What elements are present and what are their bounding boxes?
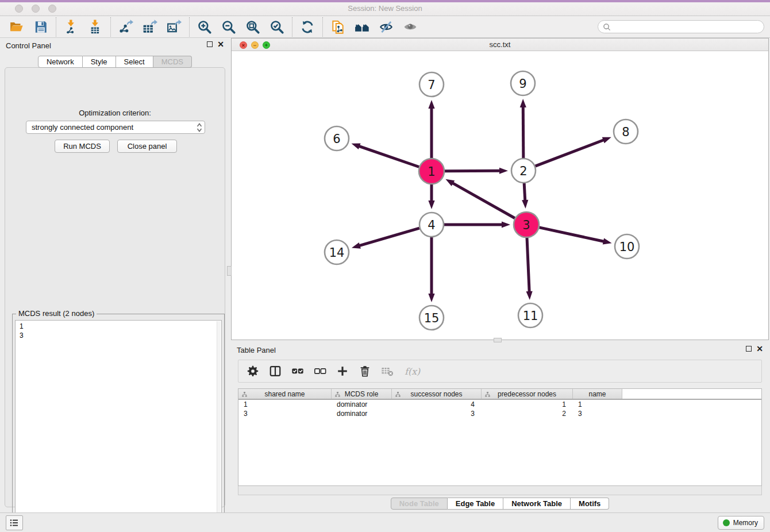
titlebar-accent [0, 0, 770, 2]
tab-edge-table[interactable]: Edge Table [448, 498, 503, 510]
import-network-button[interactable] [59, 17, 83, 37]
table-toolbar [238, 360, 762, 383]
control-panel-float-icon[interactable] [207, 41, 213, 47]
column-label: successor nodes [410, 390, 462, 398]
table-panel-close-icon[interactable]: ✕ [756, 346, 763, 352]
edge-1-6[interactable] [352, 143, 419, 167]
tab-network[interactable]: Network [38, 56, 83, 68]
cell-shared-name: 3 [238, 409, 332, 418]
edge-2-8[interactable] [536, 137, 611, 167]
horizontal-split-handle[interactable] [494, 338, 502, 342]
zoom-fit-button[interactable] [241, 17, 265, 37]
result-scrollbar[interactable] [217, 321, 221, 527]
edge-1-7[interactable] [428, 100, 434, 158]
criterion-dropdown[interactable]: strongly connected component [26, 121, 205, 134]
tab-select[interactable]: Select [116, 56, 153, 68]
import-table-button[interactable] [83, 17, 107, 37]
table-panel-float-icon[interactable] [746, 346, 752, 352]
toolbar-button-groups [5, 16, 422, 37]
window-title: Session: New Session [0, 4, 770, 13]
node-8[interactable]: 8 [614, 119, 638, 144]
node-4[interactable]: 4 [419, 213, 444, 237]
export-image-button[interactable] [162, 17, 186, 37]
vertical-split-handle[interactable] [227, 266, 232, 276]
network-canvas[interactable]: 7968124314101511 [232, 51, 768, 340]
table-scroll-strip[interactable] [238, 486, 762, 495]
tab-style[interactable]: Style [83, 56, 116, 68]
svg-text:4: 4 [428, 218, 435, 232]
edge-2-3[interactable] [522, 183, 528, 209]
node-1[interactable]: 1 [419, 159, 444, 184]
add-icon [336, 365, 349, 377]
control-panel: Control Panel ✕ NetworkStyleSelectMCDS O… [0, 38, 230, 511]
control-panel-close-icon[interactable]: ✕ [217, 41, 224, 47]
node-2[interactable]: 2 [511, 159, 536, 183]
node-6[interactable]: 6 [325, 126, 349, 151]
edge-3-1[interactable] [445, 179, 515, 218]
hide-selected-button[interactable] [374, 17, 398, 37]
sort-icon [241, 391, 248, 398]
select-all-button[interactable] [291, 365, 304, 377]
run-mcds-button[interactable]: Run MCDS [55, 140, 110, 153]
edge-1-2[interactable] [445, 168, 508, 174]
zoom-selected-button[interactable] [265, 17, 289, 37]
column-header-shared-name[interactable]: shared name [238, 389, 332, 399]
column-label: name [588, 390, 606, 398]
show-all-button[interactable] [398, 17, 422, 37]
open-button[interactable] [5, 17, 29, 37]
sort-icon [334, 391, 341, 398]
edge-2-9[interactable] [520, 99, 526, 158]
deselect-all-button[interactable] [314, 365, 326, 377]
add-button[interactable] [336, 365, 349, 377]
svg-text:8: 8 [622, 125, 629, 139]
network-frame-titlebar: × − + scc.txt [232, 38, 768, 51]
table-row[interactable]: 1dominator411 [238, 400, 761, 409]
clone-network-button[interactable] [326, 17, 350, 37]
search-box[interactable] [598, 20, 764, 33]
zoom-in-button[interactable] [192, 17, 217, 37]
tab-motifs[interactable]: Motifs [571, 498, 609, 510]
tab-network-table[interactable]: Network Table [503, 498, 571, 510]
edge-1-4[interactable] [428, 184, 434, 209]
edge-4-14[interactable] [352, 228, 419, 249]
table-row[interactable]: 3dominator323 [238, 409, 761, 418]
tab-mcds[interactable]: MCDS [153, 56, 192, 68]
function-button [403, 365, 423, 377]
column-header-successor-nodes[interactable]: successor nodes [392, 389, 482, 399]
column-header-mcds-role[interactable]: MCDS role [332, 389, 392, 399]
save-button[interactable] [29, 17, 53, 37]
edge-3-11[interactable] [526, 238, 533, 300]
node-3[interactable]: 3 [514, 212, 539, 237]
close-panel-button[interactable]: Close panel [117, 140, 177, 153]
task-history-button[interactable] [6, 515, 23, 530]
svg-text:11: 11 [523, 309, 538, 323]
refresh-button[interactable] [295, 17, 319, 37]
import-network-icon [64, 20, 79, 34]
export-network-button[interactable] [114, 17, 138, 37]
search-input[interactable] [614, 23, 759, 31]
node-9[interactable]: 9 [511, 71, 535, 95]
edge-3-10[interactable] [539, 228, 611, 245]
home-button[interactable] [350, 17, 374, 37]
edge-4-3[interactable] [444, 221, 510, 228]
node-7[interactable]: 7 [419, 72, 444, 97]
delete-button[interactable] [359, 365, 371, 377]
column-header-predecessor-nodes[interactable]: predecessor nodes [482, 389, 573, 399]
node-10[interactable]: 10 [615, 234, 639, 259]
mcds-result-groupbox: MCDS result (2 nodes) 1 3 [12, 314, 225, 531]
column-header-name[interactable]: name [573, 389, 622, 399]
tab-node-table[interactable]: Node Table [391, 498, 448, 510]
refresh-icon [300, 20, 315, 34]
node-11[interactable]: 11 [518, 303, 542, 327]
gear-button[interactable] [247, 365, 259, 377]
export-table-button[interactable] [138, 17, 162, 37]
node-14[interactable]: 14 [325, 240, 349, 264]
export-table-icon [143, 20, 157, 34]
edge-4-15[interactable] [428, 237, 434, 302]
mcds-result-textarea[interactable]: 1 3 [15, 320, 222, 528]
memory-button[interactable]: Memory [718, 516, 764, 530]
columns-button[interactable] [269, 365, 282, 377]
node-15[interactable]: 15 [419, 306, 444, 330]
zoom-out-button[interactable] [217, 17, 241, 37]
main-toolbar [0, 16, 770, 38]
